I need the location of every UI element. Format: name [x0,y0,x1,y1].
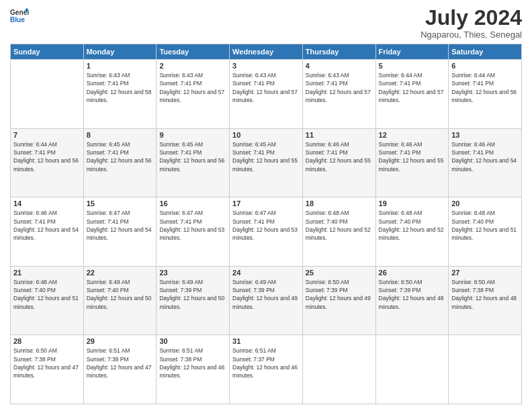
day-number: 30 [159,337,226,345]
sunrise-text: Sunrise: 6:48 AM [379,209,446,217]
sunrise-text: Sunrise: 6:47 AM [159,209,226,217]
daylight-text: Daylight: 12 hours and 49 minutes. [306,294,373,311]
calendar-cell: 25Sunrise: 6:50 AMSunset: 7:39 PMDayligh… [302,266,375,335]
day-info: Sunrise: 6:44 AMSunset: 7:41 PMDaylight:… [451,71,519,104]
col-header-sunday: Sunday [11,44,84,60]
logo: General Blue [10,7,29,26]
daylight-text: Daylight: 12 hours and 55 minutes. [232,156,300,173]
day-info: Sunrise: 6:43 AMSunset: 7:41 PMDaylight:… [306,71,373,104]
sunset-text: Sunset: 7:41 PM [451,79,519,87]
calendar-week-2: 14Sunrise: 6:46 AMSunset: 7:41 PMDayligh… [11,197,522,267]
day-number: 25 [306,269,373,277]
calendar-week-1: 7Sunrise: 6:44 AMSunset: 7:41 PMDaylight… [11,128,522,197]
sunrise-text: Sunrise: 6:50 AM [13,347,81,355]
sunrise-text: Sunrise: 6:44 AM [451,71,519,79]
sunset-text: Sunset: 7:40 PM [379,218,446,226]
calendar-cell: 2Sunrise: 6:43 AMSunset: 7:41 PMDaylight… [157,60,230,129]
sunrise-text: Sunrise: 6:46 AM [13,209,81,217]
sunset-text: Sunset: 7:41 PM [87,148,154,156]
daylight-text: Daylight: 12 hours and 57 minutes. [159,88,226,105]
day-info: Sunrise: 6:47 AMSunset: 7:41 PMDaylight:… [87,209,154,242]
day-info: Sunrise: 6:43 AMSunset: 7:41 PMDaylight:… [232,71,300,104]
day-number: 7 [13,131,81,139]
sunrise-text: Sunrise: 6:49 AM [232,278,300,286]
daylight-text: Daylight: 12 hours and 57 minutes. [379,88,446,105]
calendar-cell: 20Sunrise: 6:48 AMSunset: 7:40 PMDayligh… [449,197,522,267]
day-number: 14 [13,199,81,208]
day-info: Sunrise: 6:50 AMSunset: 7:38 PMDaylight:… [451,278,519,311]
sunset-text: Sunset: 7:41 PM [451,148,519,156]
daylight-text: Daylight: 12 hours and 56 minutes. [451,88,519,105]
calendar-cell: 31Sunrise: 6:51 AMSunset: 7:37 PMDayligh… [230,335,303,404]
location: Ngaparou, Thies, Senegal [420,30,522,40]
sunset-text: Sunset: 7:41 PM [13,218,81,226]
sunset-text: Sunset: 7:41 PM [159,148,226,156]
calendar-cell: 7Sunrise: 6:44 AMSunset: 7:41 PMDaylight… [11,128,84,197]
daylight-text: Daylight: 12 hours and 51 minutes. [13,294,81,311]
day-number: 10 [232,131,300,139]
day-info: Sunrise: 6:50 AMSunset: 7:38 PMDaylight:… [13,347,81,379]
day-number: 17 [232,199,300,208]
day-number: 15 [87,199,154,208]
sunset-text: Sunset: 7:38 PM [451,286,519,294]
sunset-text: Sunset: 7:41 PM [159,218,226,226]
daylight-text: Daylight: 12 hours and 57 minutes. [306,88,373,105]
daylight-text: Daylight: 12 hours and 53 minutes. [159,226,226,242]
month-title: July 2024 [420,7,522,28]
calendar-cell: 26Sunrise: 6:50 AMSunset: 7:39 PMDayligh… [375,266,449,335]
daylight-text: Daylight: 12 hours and 47 minutes. [13,363,81,380]
sunset-text: Sunset: 7:38 PM [159,355,226,363]
col-header-thursday: Thursday [302,44,375,60]
col-header-tuesday: Tuesday [157,44,230,60]
day-number: 28 [13,337,81,345]
day-number: 13 [451,131,519,139]
calendar-cell: 6Sunrise: 6:44 AMSunset: 7:41 PMDaylight… [449,60,522,129]
day-number: 27 [451,269,519,277]
daylight-text: Daylight: 12 hours and 50 minutes. [87,294,154,311]
daylight-text: Daylight: 12 hours and 54 minutes. [13,226,81,242]
daylight-text: Daylight: 12 hours and 54 minutes. [87,226,154,242]
calendar-week-0: 1Sunrise: 6:43 AMSunset: 7:41 PMDaylight… [11,60,522,129]
sunset-text: Sunset: 7:39 PM [159,286,226,294]
header: General Blue July 2024 Ngaparou, Thies, … [10,7,522,40]
daylight-text: Daylight: 12 hours and 54 minutes. [451,156,519,173]
sunrise-text: Sunrise: 6:51 AM [232,347,300,355]
sunrise-text: Sunrise: 6:43 AM [87,71,154,79]
sunrise-text: Sunrise: 6:48 AM [451,209,519,217]
sunset-text: Sunset: 7:39 PM [379,286,446,294]
sunset-text: Sunset: 7:41 PM [87,79,154,87]
col-header-saturday: Saturday [449,44,522,60]
day-info: Sunrise: 6:46 AMSunset: 7:41 PMDaylight:… [379,140,446,173]
sunset-text: Sunset: 7:37 PM [232,355,300,363]
day-number: 11 [306,131,373,139]
sunrise-text: Sunrise: 6:46 AM [379,140,446,148]
day-info: Sunrise: 6:43 AMSunset: 7:41 PMDaylight:… [159,71,226,104]
daylight-text: Daylight: 12 hours and 52 minutes. [379,226,446,242]
day-number: 31 [232,337,300,345]
day-number: 9 [159,131,226,139]
sunset-text: Sunset: 7:41 PM [13,148,81,156]
day-info: Sunrise: 6:48 AMSunset: 7:40 PMDaylight:… [13,278,81,311]
day-number: 19 [379,199,446,208]
calendar-cell [449,335,522,404]
day-number: 23 [159,269,226,277]
day-number: 1 [87,62,154,70]
daylight-text: Daylight: 12 hours and 57 minutes. [232,88,300,105]
sunrise-text: Sunrise: 6:49 AM [159,278,226,286]
sunrise-text: Sunrise: 6:50 AM [379,278,446,286]
daylight-text: Daylight: 12 hours and 56 minutes. [87,156,154,173]
daylight-text: Daylight: 12 hours and 49 minutes. [232,294,300,311]
col-header-friday: Friday [375,44,449,60]
day-number: 6 [451,62,519,70]
sunset-text: Sunset: 7:38 PM [13,355,81,363]
calendar-cell: 8Sunrise: 6:45 AMSunset: 7:41 PMDaylight… [83,128,157,197]
svg-text:Blue: Blue [10,16,25,24]
sunrise-text: Sunrise: 6:47 AM [232,209,300,217]
calendar-cell: 28Sunrise: 6:50 AMSunset: 7:38 PMDayligh… [11,335,84,404]
calendar-cell: 17Sunrise: 6:47 AMSunset: 7:41 PMDayligh… [230,197,303,267]
calendar-table: SundayMondayTuesdayWednesdayThursdayFrid… [10,44,522,404]
calendar-header-row: SundayMondayTuesdayWednesdayThursdayFrid… [11,44,522,60]
daylight-text: Daylight: 12 hours and 46 minutes. [159,363,226,380]
day-info: Sunrise: 6:50 AMSunset: 7:39 PMDaylight:… [306,278,373,311]
day-number: 3 [232,62,300,70]
